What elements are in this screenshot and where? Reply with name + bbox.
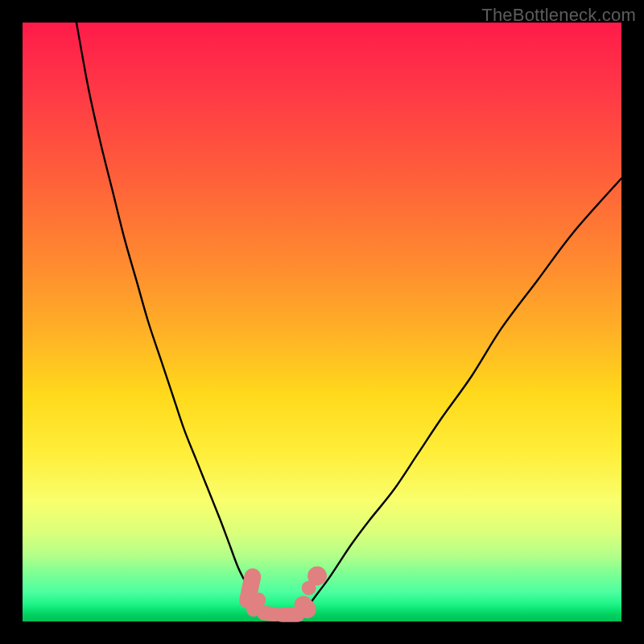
curve-layer: [76, 23, 621, 617]
plot-area: [23, 23, 621, 621]
chart-svg: [23, 23, 621, 621]
marker-circle-6: [308, 567, 327, 586]
marker-layer: [237, 567, 327, 622]
frame-border: TheBottleneck.com: [0, 0, 644, 644]
watermark-text: TheBottleneck.com: [481, 5, 636, 26]
series-left-curve: [76, 23, 256, 604]
series-right-curve: [310, 178, 621, 603]
